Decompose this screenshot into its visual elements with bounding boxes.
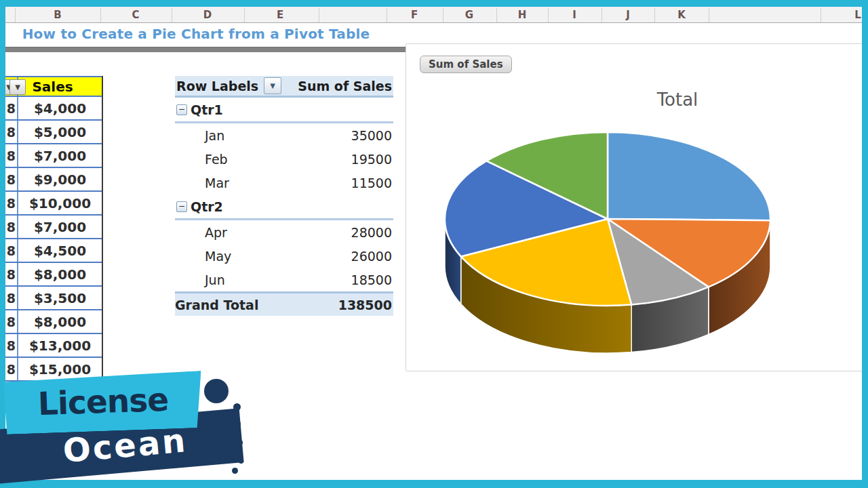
- date-cell-fragment[interactable]: 8: [5, 287, 18, 309]
- column-header-L[interactable]: L: [854, 8, 861, 22]
- column-separator: [15, 8, 16, 22]
- pivot-row-value: 35000: [224, 128, 393, 143]
- sales-cell[interactable]: $13,000: [18, 338, 102, 354]
- table-row: 8$5,000: [5, 121, 102, 144]
- table-row: 8$4,500: [5, 239, 102, 263]
- sales-cell[interactable]: $8,000: [18, 266, 102, 283]
- date-cell-fragment[interactable]: 8: [5, 144, 18, 167]
- column-header-J[interactable]: J: [626, 8, 630, 22]
- sales-cell[interactable]: $5,000: [18, 124, 102, 140]
- column-separator: [319, 8, 319, 22]
- sheet-title: How to Create a Pie Chart from a Pivot T…: [5, 26, 387, 42]
- pivot-row-qtr1[interactable]: −Qtr1: [175, 98, 393, 123]
- pivot-row-label: May: [175, 249, 231, 264]
- date-cell-fragment[interactable]: 8: [5, 216, 18, 238]
- pivot-row-qtr2[interactable]: −Qtr2: [175, 195, 393, 220]
- sales-cell[interactable]: $9,000: [18, 171, 102, 188]
- row-divider-bar: [5, 47, 406, 52]
- drip-dot: [230, 449, 236, 455]
- pivot-values-header: Sum of Sales: [281, 79, 393, 94]
- column-header-D[interactable]: D: [203, 8, 212, 22]
- pivot-row-label: Qtr2: [191, 199, 223, 214]
- date-cell-fragment[interactable]: 8: [5, 121, 18, 143]
- excel-screenshot: BCDEFGHIJKL How to Create a Pie Chart fr…: [0, 0, 868, 488]
- frame-left: [0, 0, 5, 488]
- sales-cell[interactable]: $3,500: [18, 290, 102, 306]
- pivot-row-mar[interactable]: Mar11500: [175, 171, 393, 195]
- frame-bottom: [0, 480, 868, 488]
- pivot-row-value: 28000: [227, 225, 393, 240]
- drip-dot: [237, 440, 243, 445]
- date-cell-fragment[interactable]: 8: [5, 239, 18, 262]
- chart-title: Total: [610, 89, 745, 110]
- pivot-row-label: Jan: [175, 128, 224, 143]
- date-cell-fragment[interactable]: 8: [5, 263, 18, 285]
- pivot-row-apr[interactable]: Apr28000: [175, 220, 393, 244]
- drip-dot: [232, 468, 238, 474]
- filter-dropdown-icon[interactable]: ▼: [9, 79, 26, 95]
- pivot-row-label: Apr: [175, 225, 227, 240]
- pivot-row-feb[interactable]: Feb19500: [175, 147, 393, 171]
- column-header-G[interactable]: G: [465, 8, 473, 22]
- column-separator: [654, 8, 655, 22]
- sales-cell[interactable]: $15,000: [18, 361, 102, 378]
- table-row: 8$13,000: [5, 334, 102, 358]
- sales-cell[interactable]: $4,500: [18, 243, 102, 259]
- pivot-row-value: 138500: [258, 298, 393, 312]
- date-cell-fragment[interactable]: 8: [5, 358, 18, 380]
- pivot-table: Row Labels▼Sum of Sales−Qtr1Jan35000Feb1…: [175, 76, 393, 316]
- sales-header-row: Sales▼▼: [5, 76, 102, 97]
- column-header-row: BCDEFGHIJKL: [5, 7, 862, 23]
- column-header-B[interactable]: B: [54, 8, 61, 22]
- drip-dot: [233, 403, 241, 411]
- date-cell-fragment[interactable]: 8: [5, 310, 18, 333]
- table-row: 8$8,000: [5, 310, 102, 334]
- collapse-minus-icon[interactable]: −: [176, 104, 187, 115]
- filter-dropdown-icon[interactable]: ▼: [264, 77, 281, 94]
- column-header-I[interactable]: I: [572, 8, 576, 22]
- drip-dot: [239, 459, 243, 464]
- frame-top: [0, 0, 868, 7]
- pivot-row-grand-total[interactable]: Grand Total138500: [175, 291, 393, 316]
- pivot-row-label: Feb: [175, 152, 228, 167]
- drip-dot: [204, 379, 229, 403]
- sales-cell[interactable]: $4,000: [18, 100, 102, 117]
- table-row: 8$7,000: [5, 216, 102, 239]
- pivot-row-value: 26000: [231, 249, 393, 264]
- date-cell-fragment[interactable]: 8: [5, 192, 18, 214]
- date-cell-fragment[interactable]: 8: [5, 97, 18, 119]
- pivot-row-may[interactable]: May26000: [175, 244, 393, 268]
- collapse-minus-icon[interactable]: −: [176, 201, 187, 212]
- sales-header-label: Sales: [18, 79, 102, 95]
- sales-cell[interactable]: $10,000: [18, 195, 102, 211]
- date-cell-fragment[interactable]: 8: [5, 168, 18, 190]
- column-separator: [443, 8, 443, 22]
- drip-dot: [235, 421, 241, 427]
- pivot-row-jan[interactable]: Jan35000: [175, 123, 393, 147]
- table-row: 8$9,000: [5, 168, 102, 192]
- frame-right: [862, 0, 868, 488]
- column-header-H[interactable]: H: [518, 8, 527, 22]
- column-header-C[interactable]: C: [132, 8, 139, 22]
- pie-slice-Jan[interactable]: [608, 132, 770, 220]
- pie-chart-container[interactable]: Sum of Sales Total: [406, 43, 863, 371]
- column-separator: [496, 8, 497, 22]
- column-header-K[interactable]: K: [677, 8, 686, 22]
- watermark-text-license: License: [37, 380, 169, 425]
- pivot-row-value: 19500: [228, 152, 393, 167]
- table-row: 8$7,000: [5, 144, 102, 168]
- sales-cell[interactable]: $7,000: [18, 219, 102, 235]
- column-header-F[interactable]: F: [411, 8, 418, 22]
- pivot-header-row: Row Labels▼Sum of Sales: [175, 76, 393, 98]
- sales-cell[interactable]: $8,000: [18, 314, 102, 330]
- column-header-E[interactable]: E: [277, 8, 283, 22]
- sales-cell[interactable]: $7,000: [18, 148, 102, 164]
- sales-table: Sales▼▼8$4,0008$5,0008$7,0008$9,0008$10,…: [5, 76, 103, 382]
- date-cell-fragment[interactable]: 8: [5, 334, 18, 357]
- pivot-field-button[interactable]: Sum of Sales: [420, 56, 512, 73]
- pivot-row-jun[interactable]: Jun18500: [175, 268, 393, 291]
- pivot-row-label: Grand Total: [175, 298, 258, 312]
- column-separator: [387, 8, 387, 22]
- pivot-row-label: Qtr1: [191, 102, 223, 117]
- column-separator: [821, 8, 821, 22]
